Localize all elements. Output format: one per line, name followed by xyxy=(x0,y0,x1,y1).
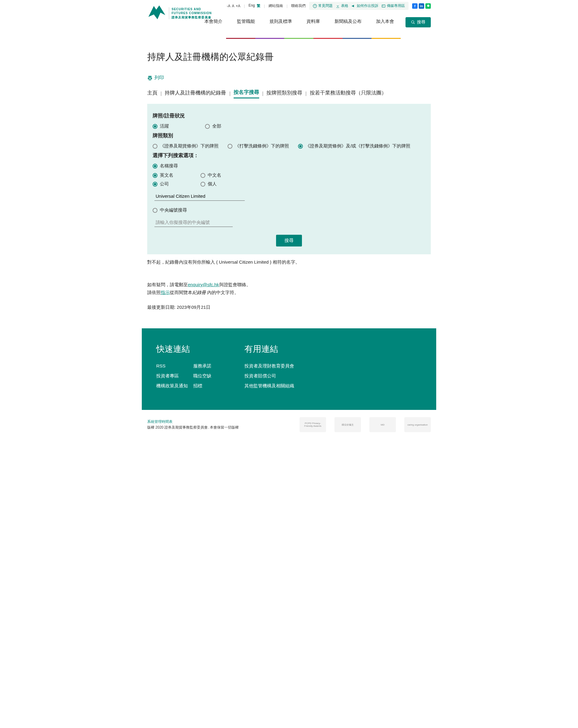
lang-zh[interactable]: 繁 xyxy=(257,3,260,8)
submit-button[interactable]: 搜尋 xyxy=(276,235,302,246)
radio-search-name[interactable]: 名稱搜尋 xyxy=(153,163,425,169)
radio-type-sfo[interactable]: 《證券及期貨條例》下的牌照 xyxy=(153,143,219,149)
radio-type-both[interactable]: 《證券及期貨條例》及/或《打擊洗錢條例》下的牌照 xyxy=(298,143,410,149)
megaphone-icon xyxy=(351,4,355,8)
radio-lang-en[interactable]: 英文名 xyxy=(153,173,173,178)
radio-lang-zh[interactable]: 中文名 xyxy=(201,173,221,178)
font-plus[interactable]: +A xyxy=(236,4,240,8)
eagle-icon xyxy=(147,4,167,23)
search-form-panel: 牌照/註冊狀況 活躍 全部 牌照類別 《證券及期貨條例》下的牌照 《打擊洗錢條例… xyxy=(147,104,431,254)
radio-entity-corp[interactable]: 公司 xyxy=(153,181,169,187)
font-normal[interactable]: A xyxy=(232,4,234,8)
footer-regulators[interactable]: 其他監管機構及相關組織 xyxy=(245,383,294,389)
page-title: 持牌人及註冊機構的公眾紀錄冊 xyxy=(147,51,431,63)
linkedin-icon[interactable]: in xyxy=(419,3,424,9)
nav-about[interactable]: 本會簡介 xyxy=(197,15,230,30)
nav-join[interactable]: 加入本會 xyxy=(369,15,401,30)
font-size-switcher[interactable]: -A A +A xyxy=(227,4,240,8)
image-icon xyxy=(381,4,386,8)
badge-caring: caring organisation xyxy=(404,417,431,432)
nav-rules[interactable]: 規則及標準 xyxy=(262,15,299,30)
last-updated: 最後更新日期: 2023年09月21日 xyxy=(147,305,431,310)
footer-icc[interactable]: 投資者賠償公司 xyxy=(245,373,294,379)
tab-by-name[interactable]: 按名字搜尋 xyxy=(234,89,259,98)
nav-news[interactable]: 新聞稿及公布 xyxy=(327,15,369,30)
radio-type-amlo[interactable]: 《打擊洗錢條例》下的牌照 xyxy=(228,143,289,149)
award-badges: PCPD Privacy-Friendly Awards 積金好僱主 MD ca… xyxy=(300,417,431,432)
wechat-icon[interactable]: ✱ xyxy=(425,3,431,9)
footer-pledge[interactable]: 服務承諾 xyxy=(193,363,211,369)
footer-invest-corner[interactable]: 投資者專區 xyxy=(156,373,188,379)
search-icon xyxy=(411,20,415,24)
badge-manpower: MD xyxy=(369,417,396,432)
radio-search-ce[interactable]: 中央編號搜尋 xyxy=(153,207,425,213)
ce-input[interactable] xyxy=(154,218,233,227)
help-icon: ? xyxy=(313,4,317,8)
result-message: 對不起，紀錄冊內沒有與你所輸入 ( Universal Citizen Limi… xyxy=(147,259,431,266)
link-faq[interactable]: ?常見問題 xyxy=(313,3,333,8)
heading-search-option: 選擇下列搜索選項： xyxy=(153,152,425,159)
lang-en[interactable]: Eng xyxy=(248,3,255,8)
facebook-icon[interactable]: f xyxy=(412,3,418,9)
link-forms[interactable]: 表格 xyxy=(336,3,348,8)
copyright: 版權 2020 證券及期貨事務監察委員會. 本會保留一切版權 xyxy=(147,425,239,430)
print-button[interactable]: 列印 xyxy=(147,75,431,81)
tab-home[interactable]: 主頁 xyxy=(147,89,157,98)
link-media[interactable]: 傳媒專用區 xyxy=(381,3,405,8)
search-button[interactable]: 搜尋 xyxy=(405,17,431,27)
radio-status-active[interactable]: 活躍 xyxy=(153,123,169,129)
footer-ifec[interactable]: 投資者及理財教育委員會 xyxy=(245,363,294,369)
heading-licence-type: 牌照類別 xyxy=(153,132,425,139)
svg-point-3 xyxy=(383,5,383,6)
link-complaint[interactable]: 如何作出投訴 xyxy=(351,3,378,8)
breadcrumb-tabs: 主頁| 持牌人及註冊機構的紀錄冊| 按名字搜尋| 按牌照類別搜尋| 按若干業務活… xyxy=(147,89,431,98)
svg-point-4 xyxy=(411,21,414,23)
tab-by-activity[interactable]: 按若干業務活動搜尋（只限法團） xyxy=(310,89,386,98)
tab-by-type[interactable]: 按牌照類別搜尋 xyxy=(267,89,302,98)
link-contact[interactable]: 聯絡我們 xyxy=(291,3,306,8)
footer-jobs[interactable]: 職位空缺 xyxy=(193,373,211,379)
heading-status: 牌照/註冊狀況 xyxy=(153,112,425,119)
nav-database[interactable]: 資料庫 xyxy=(299,15,327,30)
instructions-link[interactable]: 指示 xyxy=(161,290,170,295)
housekeeping-link[interactable]: 系統管理時間表 xyxy=(147,419,173,424)
tab-register[interactable]: 持牌人及註冊機構的紀錄冊 xyxy=(165,89,226,98)
link-sitemap[interactable]: 網站指南 xyxy=(269,3,283,8)
footer-heading-quick: 快速連結 xyxy=(156,343,211,355)
svg-line-5 xyxy=(413,23,415,24)
nav-regulatory[interactable]: 監管職能 xyxy=(230,15,262,30)
radio-status-all[interactable]: 全部 xyxy=(205,123,221,129)
badge-employer: 積金好僱主 xyxy=(334,417,361,432)
email-link[interactable]: enquiry@sfc.hk xyxy=(188,282,219,287)
svg-text:?: ? xyxy=(314,4,316,7)
download-icon xyxy=(336,4,340,8)
footer-rss[interactable]: RSS xyxy=(156,363,188,369)
footer-heading-useful: 有用連結 xyxy=(245,343,294,355)
print-icon xyxy=(147,75,153,81)
font-minus[interactable]: -A xyxy=(227,4,230,8)
contact-block: 如有疑問，請電郵至enquiry@sfc.hk與證監會聯絡。 請依照指示從而閱覽… xyxy=(147,281,431,296)
name-input[interactable] xyxy=(154,192,245,201)
footer-policies[interactable]: 機構政策及通知 xyxy=(156,383,188,389)
radio-entity-ind[interactable]: 個人 xyxy=(201,181,217,187)
svg-rect-2 xyxy=(382,4,385,7)
badge-pcpd: PCPD Privacy-Friendly Awards xyxy=(300,417,326,432)
footer-tender[interactable]: 招標 xyxy=(193,383,211,389)
